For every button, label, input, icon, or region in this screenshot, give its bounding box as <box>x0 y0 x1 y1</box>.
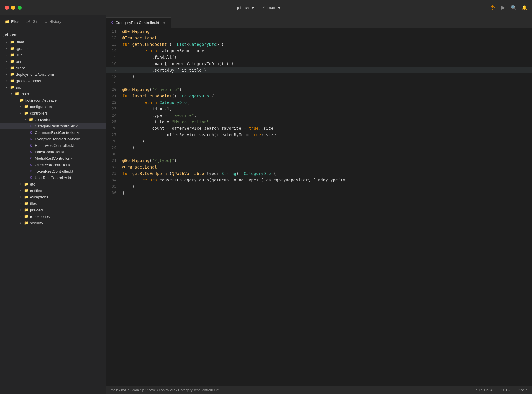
folder-arrow: › <box>18 201 24 206</box>
token-annotation: @Transactional <box>122 165 157 169</box>
sidebar-tab-history[interactable]: ⊙ History <box>44 18 61 25</box>
minimize-button[interactable] <box>11 6 15 10</box>
tree-item-src[interactable]: ▾📁src <box>0 84 106 90</box>
tree-item-UserRestController[interactable]: KUserRestController.kt <box>0 174 106 181</box>
kotlin-file-icon: K <box>28 130 34 135</box>
main-layout: 📁 Files ⎇ Git ⊙ History jetsave ›📁.fleet… <box>0 15 532 394</box>
line-content: title = "My collection", <box>121 119 532 125</box>
file-spacer <box>22 175 28 180</box>
code-line-34: 34 return convertCategoryToDto(getOrNotF… <box>106 177 532 183</box>
tree-item-label: kotlin/com/jet/save <box>25 98 57 102</box>
project-selector[interactable]: jetsave ▾ <box>237 5 254 10</box>
token-plain <box>122 178 142 182</box>
token-plain: , <box>194 113 196 118</box>
token-plain: } <box>122 145 135 150</box>
token-plain: { <box>271 171 276 176</box>
tree-item-dto[interactable]: ›📁dto <box>0 181 106 187</box>
branch-selector[interactable]: ⎇ main ▾ <box>261 5 280 10</box>
tree-item-label: deployments/terraform <box>16 72 54 77</box>
maximize-button[interactable] <box>18 6 22 10</box>
notification-icon[interactable]: 🔔 <box>521 5 527 11</box>
tree-item-deployments[interactable]: ›📁deployments/terraform <box>0 71 106 78</box>
tree-item-client[interactable]: ›📁client <box>0 65 106 71</box>
code-line-30: 30 <box>106 151 532 157</box>
folder-arrow: ▾ <box>4 85 9 90</box>
tree-item-ExceptionHandlerController[interactable]: KExceptionHandlerControlle... <box>0 136 106 142</box>
tree-item-converter[interactable]: ›📁converter <box>0 116 106 123</box>
tree-item-CategoryRestController[interactable]: KCategoryRestController.kt <box>0 123 106 129</box>
file-spacer <box>22 124 28 128</box>
token-annotation: @GetMapping <box>122 29 150 34</box>
tree-item-TokenRestController[interactable]: KTokenRestController.kt <box>0 168 106 174</box>
tree-item-HealthRestController[interactable]: KHealthRestController.kt <box>0 142 106 149</box>
line-content: } <box>121 144 532 151</box>
tree-item-entities[interactable]: ›📁entities <box>0 187 106 194</box>
tree-item-CommentRestController[interactable]: KCommentRestController.kt <box>0 129 106 136</box>
token-fn: favoriteEndpoint <box>132 94 172 98</box>
search-icon[interactable]: 🔍 <box>511 5 517 11</box>
line-number: 19 <box>106 80 121 86</box>
line-number: 18 <box>106 73 121 80</box>
tree-item-main[interactable]: ▾📁main <box>0 90 106 97</box>
tree-item-controllers[interactable]: ▾📁controllers <box>0 110 106 116</box>
tab-close-button[interactable]: × <box>162 21 166 25</box>
tree-item-files[interactable]: ›📁files <box>0 200 106 207</box>
tree-item-fleet[interactable]: ›📁.fleet <box>0 39 106 45</box>
line-number: 27 <box>106 132 121 138</box>
token-fn: getAllEndpoint <box>132 42 167 47</box>
token-kw: return <box>142 48 159 53</box>
close-button[interactable] <box>5 6 9 10</box>
token-plain: ) <box>174 158 177 163</box>
line-number: 31 <box>106 157 121 164</box>
token-plain: ) <box>122 139 145 144</box>
tree-item-preload[interactable]: ›📁preload <box>0 207 106 213</box>
token-plain: type = <box>122 113 169 118</box>
token-plain: ) <box>179 87 182 92</box>
kotlin-file-icon: K <box>28 149 34 154</box>
folder-icon: 📁 <box>24 188 29 193</box>
run-icon[interactable]: ▶ <box>500 5 506 11</box>
tree-item-bin[interactable]: ›📁bin <box>0 58 106 65</box>
tree-item-repositories[interactable]: ›📁repositories <box>0 213 106 220</box>
editor-tab-category[interactable]: K CategoryRestController.kt × <box>106 17 171 28</box>
line-number: 32 <box>106 164 121 170</box>
project-label: jetsave <box>237 5 250 10</box>
code-line-24: 24 type = "favorite", <box>106 112 532 119</box>
git-icon: ⎇ <box>26 19 31 24</box>
code-line-25: 25 title = "My collection", <box>106 119 532 125</box>
folder-arrow: › <box>18 195 24 199</box>
sidebar-tab-files[interactable]: 📁 Files <box>5 18 19 25</box>
tree-item-gradle_wrapper[interactable]: ›📁gradle/wrapper <box>0 78 106 84</box>
files-icon: 📁 <box>5 19 9 24</box>
tree-item-run[interactable]: ›📁.run <box>0 52 106 58</box>
tree-item-label: gradle/wrapper <box>16 79 41 83</box>
file-spacer <box>22 169 28 174</box>
token-plain: ): <box>236 171 244 176</box>
line-number: 14 <box>106 48 121 54</box>
tree-item-label: client <box>16 66 25 70</box>
tree-item-exceptions[interactable]: ›📁exceptions <box>0 194 106 200</box>
token-plain: .sortedBy { it.title } <box>122 68 207 73</box>
file-tree: ›📁.fleet›📁.gradle›📁.run›📁bin›📁client›📁de… <box>0 39 106 226</box>
folder-icon: 📁 <box>19 98 24 102</box>
token-plain <box>122 100 142 105</box>
branch-icon: ⎇ <box>261 5 266 10</box>
tree-item-OfferRestController[interactable]: KOfferRestController.kt <box>0 161 106 168</box>
tree-item-MediaRestController[interactable]: KMediaRestController.kt <box>0 155 106 161</box>
tree-item-label: TokenRestController.kt <box>35 169 73 174</box>
tree-item-label: UserRestController.kt <box>35 176 71 180</box>
code-editor[interactable]: 11@GetMapping12@Transactional13fun getAl… <box>106 28 532 386</box>
sidebar-tab-git[interactable]: ⎇ Git <box>26 18 37 25</box>
tree-item-kotlin[interactable]: ▾📁kotlin/com/jet/save <box>0 97 106 103</box>
line-number: 22 <box>106 99 121 106</box>
folder-icon: 📁 <box>9 40 15 44</box>
power-icon[interactable]: ⏻ <box>490 5 496 11</box>
tree-item-security[interactable]: ›📁security <box>0 220 106 226</box>
tree-item-label: repositories <box>30 214 50 219</box>
tree-item-label: converter <box>35 117 51 122</box>
tree-item-IndexController[interactable]: KIndexController.kt <box>0 149 106 155</box>
tree-item-configuration[interactable]: ›📁configuration <box>0 103 106 110</box>
tree-item-gradle[interactable]: ›📁.gradle <box>0 45 106 52</box>
code-line-28: 28 ) <box>106 138 532 144</box>
code-line-31: 31@GetMapping("/{type}") <box>106 157 532 164</box>
